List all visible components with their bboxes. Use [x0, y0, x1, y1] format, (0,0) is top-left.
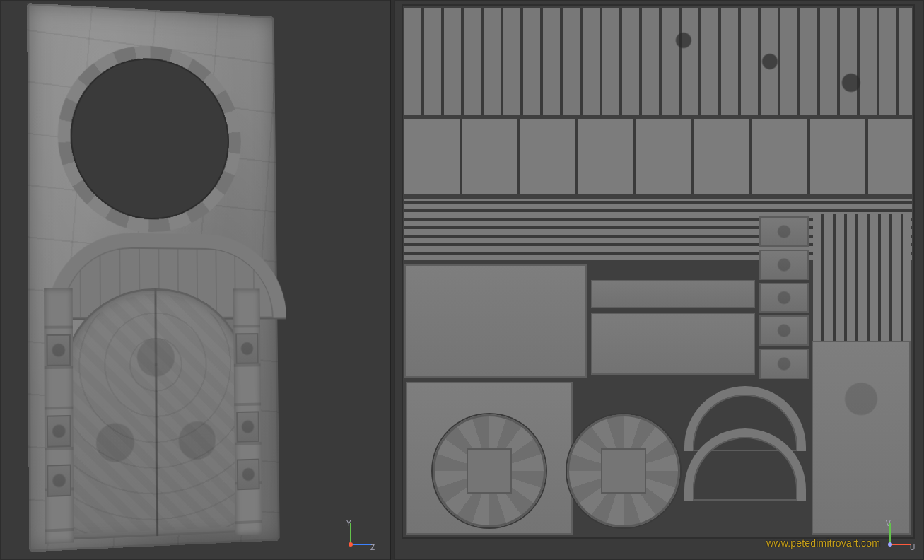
uv-island-bar	[591, 280, 755, 308]
model-mesh[interactable]	[27, 3, 279, 552]
ornament-tile	[47, 465, 71, 497]
uv-island-door-right	[812, 341, 911, 535]
uv-layout[interactable]	[402, 4, 915, 539]
axis-label-up: Y	[346, 520, 351, 527]
watermark-link[interactable]: www.petedimitrovart.com	[766, 537, 880, 549]
uv-island-large-bricks	[404, 119, 912, 194]
axis-origin-dot	[888, 542, 892, 547]
uv-island-small-bricks	[404, 8, 912, 115]
uv-island-panel	[591, 313, 755, 375]
app-root: Y Z w	[0, 0, 924, 560]
ornament-tile-uv	[759, 283, 809, 313]
axis-label-u: U	[910, 544, 915, 552]
ornament-tile	[46, 334, 71, 366]
axis-label-v: V	[886, 520, 891, 527]
perspective-viewport[interactable]: Y Z	[0, 0, 390, 560]
uv-island-arches	[684, 386, 806, 527]
axis-origin-dot	[349, 542, 353, 547]
door-pillar-left	[44, 288, 74, 544]
uv-island-ornaments	[759, 216, 809, 379]
ornament-tile	[237, 459, 260, 491]
axis-label-right: Z	[370, 544, 375, 552]
door-pillar-right	[233, 288, 262, 535]
door-panel	[62, 288, 250, 540]
round-window-hole	[70, 54, 230, 221]
ornament-tile-uv	[759, 216, 809, 247]
uv-viewport[interactable]: www.petedimitrovart.com V U	[394, 0, 924, 560]
uv-island-round-window-a	[433, 414, 546, 527]
ornament-tile-uv	[759, 349, 809, 379]
axis-gizmo[interactable]: Y Z	[345, 519, 376, 550]
ornament-tile	[236, 411, 259, 442]
uv-island-round-window-b	[567, 414, 680, 527]
ornament-tile-uv	[759, 315, 809, 346]
uv-axis-gizmo[interactable]: V U	[884, 519, 916, 550]
ornament-tile-uv	[759, 250, 809, 280]
ornament-tile	[47, 415, 71, 448]
uv-island-big-panel	[404, 264, 587, 378]
ornament-tile	[235, 333, 259, 364]
